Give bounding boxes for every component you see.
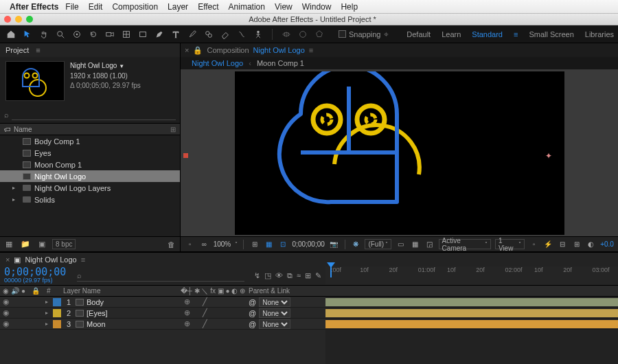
- workspace-menu-icon[interactable]: ≡: [514, 30, 518, 38]
- trash-icon[interactable]: 🗑: [165, 238, 177, 251]
- channel-icon[interactable]: ❋: [351, 240, 361, 248]
- view-select[interactable]: 1 View˅: [495, 239, 525, 249]
- resolution-select[interactable]: (Full)˅: [365, 239, 391, 249]
- parent-select[interactable]: None: [259, 297, 290, 307]
- safe-zones-icon[interactable]: ⊡: [278, 240, 288, 248]
- eraser-tool-icon[interactable]: [218, 27, 232, 41]
- pickwhip-icon[interactable]: @: [249, 298, 256, 306]
- grid-icon[interactable]: ⊞: [249, 240, 260, 248]
- puppet-tool-icon[interactable]: [251, 27, 265, 41]
- graph-editor-icon[interactable]: ⊞: [305, 271, 311, 280]
- label-column-icon[interactable]: 🏷: [4, 126, 14, 133]
- pen-tool-icon[interactable]: [152, 27, 166, 41]
- roto-tool-icon[interactable]: [235, 27, 249, 41]
- snapshot-icon[interactable]: 📷: [329, 240, 339, 248]
- frame-blend-icon[interactable]: ⧉: [287, 271, 293, 280]
- roi-icon[interactable]: ▭: [396, 240, 406, 248]
- menu-window[interactable]: Window: [302, 2, 332, 12]
- hand-tool-icon[interactable]: [37, 27, 51, 41]
- workspace-default[interactable]: Default: [407, 30, 431, 38]
- layername-column[interactable]: Layer Name: [62, 287, 180, 295]
- timeline-tab[interactable]: × ▣ Night Owl Logo ≡: [0, 253, 618, 266]
- shape-icon[interactable]: [312, 27, 326, 41]
- mesh-icon[interactable]: [279, 27, 293, 41]
- zoom-tool-icon[interactable]: [54, 27, 67, 41]
- home-icon[interactable]: [4, 27, 18, 41]
- workspace-libraries[interactable]: Libraries: [585, 30, 614, 38]
- video-toggle-icon[interactable]: ◉: [3, 319, 10, 328]
- traffic-lights[interactable]: [4, 16, 33, 23]
- workspace-standard[interactable]: Standard: [472, 30, 503, 38]
- selection-tool-icon[interactable]: [21, 27, 34, 41]
- macos-menubar[interactable]: After Effects File Edit Composition Laye…: [0, 0, 618, 14]
- 3d-icon[interactable]: ◲: [424, 240, 435, 248]
- index-column[interactable]: #: [43, 287, 62, 295]
- camera-tool-icon[interactable]: [103, 27, 117, 41]
- solo-column-icon[interactable]: ●: [21, 287, 25, 295]
- menu-edit[interactable]: Edit: [89, 2, 103, 12]
- timeline-icon[interactable]: ⊟: [558, 240, 568, 248]
- menu-animation[interactable]: Animation: [229, 2, 265, 12]
- transparency-icon[interactable]: ▦: [410, 240, 420, 248]
- video-toggle-icon[interactable]: ◉: [3, 297, 10, 306]
- workspace-learn[interactable]: Learn: [442, 30, 461, 38]
- minimize-button[interactable]: [15, 16, 22, 23]
- comp-flowchart-icon[interactable]: ⊞: [572, 240, 582, 248]
- text-tool-icon[interactable]: [169, 27, 183, 41]
- switches-column[interactable]: �┼ ✱ ＼ fx ▣ ● ◐ ⊕: [180, 286, 246, 296]
- comp-breadcrumb[interactable]: Night Owl Logo ‹ Moon Comp 1: [181, 57, 618, 69]
- mask-icon[interactable]: [296, 27, 310, 41]
- clone-tool-icon[interactable]: [202, 27, 216, 41]
- layer-row[interactable]: ◉ ▸ 1 Body ⊕╱ @None: [0, 297, 618, 308]
- menu-file[interactable]: File: [65, 2, 78, 12]
- workspace-smallscreen[interactable]: Small Screen: [529, 30, 573, 38]
- parent-select[interactable]: None: [259, 308, 290, 318]
- project-search[interactable]: ⌕: [0, 108, 180, 123]
- project-panel-tab[interactable]: Project ≡: [0, 43, 180, 57]
- comp-mini-flowchart-icon[interactable]: ↯: [254, 271, 260, 280]
- snapping-icon[interactable]: ⌖: [384, 30, 389, 39]
- project-search-input[interactable]: [12, 109, 176, 120]
- interpret-icon[interactable]: ▦: [3, 238, 15, 251]
- snapping-checkbox[interactable]: [339, 30, 346, 38]
- project-list[interactable]: Body Comp 1EyesMoon Comp 1Night Owl Logo…: [0, 135, 180, 236]
- parent-column[interactable]: Parent & Link: [246, 287, 325, 295]
- comp-canvas[interactable]: [235, 71, 564, 235]
- timeline-search[interactable]: ⌕: [77, 271, 244, 282]
- project-item[interactable]: Night Owl Logo: [0, 170, 180, 182]
- label-color[interactable]: [53, 320, 61, 328]
- pixel-aspect-icon[interactable]: ▫: [529, 240, 539, 248]
- label-color[interactable]: [53, 309, 61, 317]
- brush-tool-icon[interactable]: [185, 27, 199, 41]
- reset-exposure-icon[interactable]: ◐: [586, 240, 596, 248]
- asset-thumbnail[interactable]: [5, 61, 65, 101]
- menu-composition[interactable]: Composition: [112, 2, 158, 12]
- time-ruler[interactable]: :00f10f20f01:00f10f20f02:00f10f20f03:00f: [325, 266, 618, 285]
- project-item[interactable]: Eyes: [0, 147, 180, 159]
- motion-blur-icon[interactable]: ≈: [297, 271, 301, 280]
- exposure-value[interactable]: +0.0: [600, 240, 614, 248]
- brainstorm-icon[interactable]: ✎: [315, 271, 321, 280]
- timeline-layers[interactable]: ◉ ▸ 1 Body ⊕╱ @None ◉ ▸ 2 [Eyes] ⊕╱ @Non…: [0, 297, 618, 330]
- rotate-tool-icon[interactable]: [87, 27, 100, 41]
- comp-viewer[interactable]: ✦: [181, 69, 618, 236]
- video-column-icon[interactable]: ◉: [3, 287, 9, 295]
- hide-shy-icon[interactable]: 👁: [275, 271, 283, 280]
- menu-layer[interactable]: Layer: [168, 2, 188, 12]
- new-folder-icon[interactable]: 📁: [19, 238, 32, 251]
- audio-column-icon[interactable]: 🔊: [11, 287, 19, 295]
- timecode-value[interactable]: 0;00;00;00: [4, 268, 66, 276]
- magnify-icon[interactable]: ▫: [185, 240, 195, 248]
- name-column-header[interactable]: Name: [14, 126, 32, 133]
- anchor-marker-icon[interactable]: ✦: [545, 151, 552, 161]
- project-item[interactable]: ▸Solids: [0, 194, 180, 205]
- video-toggle-icon[interactable]: ◉: [3, 308, 10, 317]
- mask-toggle-icon[interactable]: ∞: [199, 240, 209, 248]
- new-comp-icon[interactable]: ▣: [36, 238, 48, 251]
- project-item[interactable]: Body Comp 1: [0, 135, 180, 147]
- current-time[interactable]: 0;00;00;00 00000 (29.97 fps): [4, 268, 66, 284]
- snapping-toggle[interactable]: Snapping ⌖: [339, 30, 389, 39]
- app-name[interactable]: After Effects: [10, 2, 58, 12]
- bpc-toggle[interactable]: 8 bpc: [52, 239, 76, 249]
- parent-select[interactable]: None: [259, 319, 290, 329]
